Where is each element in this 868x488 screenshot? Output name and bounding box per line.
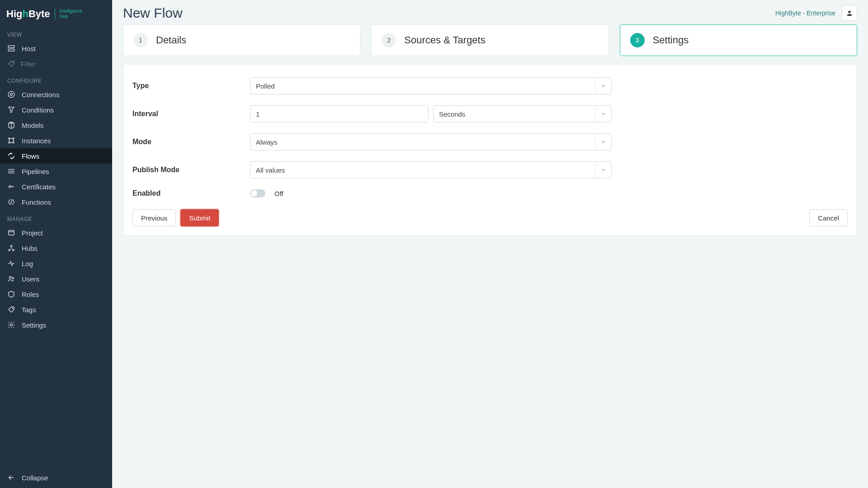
- sidebar-item-label: Users: [22, 275, 39, 283]
- enabled-state: Off: [274, 190, 283, 197]
- hubs-icon: [7, 244, 15, 252]
- collapse-label: Collapse: [22, 474, 48, 482]
- topbar: New Flow HighByte - Enterprise: [112, 0, 868, 24]
- functions-icon: [7, 198, 15, 206]
- main: New Flow HighByte - Enterprise 1 Details…: [112, 0, 868, 488]
- svg-point-9: [9, 186, 11, 188]
- publish-mode-select[interactable]: All values: [250, 161, 612, 178]
- pipelines-icon: [7, 167, 15, 175]
- stepper: 1 Details 2 Sources & Targets 3 Settings: [112, 24, 868, 64]
- section-configure-label: CONFIGURE: [0, 71, 112, 87]
- interval-unit-value: Seconds: [439, 110, 465, 118]
- svg-point-7: [9, 142, 10, 143]
- interval-label: Interval: [132, 110, 250, 118]
- section-view-label: VIEW: [0, 25, 112, 41]
- step-number: 1: [133, 33, 148, 47]
- sidebar-item-log[interactable]: Log: [0, 256, 112, 271]
- step-label: Details: [156, 34, 186, 46]
- sidebar-item-label: Conditions: [22, 106, 54, 114]
- step-number: 3: [630, 33, 645, 47]
- sidebar-item-connections[interactable]: Connections: [0, 87, 112, 102]
- collapse-icon: [7, 474, 15, 482]
- flows-icon: [7, 152, 15, 160]
- sidebar-item-project[interactable]: Project: [0, 225, 112, 240]
- submit-button[interactable]: Submit: [180, 209, 219, 226]
- svg-point-16: [12, 308, 13, 309]
- sidebar-item-users[interactable]: Users: [0, 271, 112, 286]
- step-settings[interactable]: 3 Settings: [620, 24, 857, 56]
- project-icon: [7, 229, 15, 237]
- page-title: New Flow: [123, 5, 183, 21]
- cancel-button[interactable]: Cancel: [809, 209, 848, 226]
- step-number: 2: [382, 33, 396, 47]
- svg-point-3: [8, 91, 14, 98]
- sidebar-item-host[interactable]: Host: [0, 41, 112, 56]
- user-menu-button[interactable]: [842, 5, 857, 21]
- sidebar-item-label: Certificates: [22, 183, 56, 191]
- users-icon: [7, 275, 15, 283]
- brand-subtitle: Intelligence Hub: [55, 9, 83, 19]
- interval-input[interactable]: [256, 110, 423, 118]
- enabled-label: Enabled: [132, 189, 250, 197]
- sidebar-item-hubs[interactable]: Hubs: [0, 240, 112, 256]
- sidebar-item-flows[interactable]: Flows: [0, 148, 112, 164]
- sidebar: HighByte Intelligence Hub VIEW Host Filt…: [0, 0, 112, 488]
- type-label: Type: [132, 82, 250, 90]
- sidebar-item-models[interactable]: Models: [0, 117, 112, 133]
- sidebar-item-conditions[interactable]: Conditions: [0, 102, 112, 117]
- sidebar-item-label: Log: [22, 260, 33, 267]
- interval-unit-select[interactable]: Seconds: [433, 105, 612, 122]
- roles-icon: [7, 290, 15, 298]
- sidebar-item-roles[interactable]: Roles: [0, 286, 112, 302]
- sidebar-item-label: Settings: [22, 321, 46, 329]
- publish-mode-value: All values: [256, 166, 285, 174]
- sidebar-item-label: Hubs: [22, 244, 38, 252]
- svg-point-17: [10, 324, 13, 326]
- brand-text-post: Byte: [28, 8, 50, 19]
- svg-point-14: [9, 277, 12, 279]
- sidebar-item-label: Pipelines: [22, 168, 49, 175]
- brand-text-pre: Hig: [6, 8, 22, 19]
- collapse-button[interactable]: Collapse: [0, 467, 112, 488]
- section-manage-label: MANAGE: [0, 210, 112, 225]
- models-icon: [7, 121, 15, 129]
- chevron-down-icon: [595, 78, 611, 94]
- conditions-icon: [7, 106, 15, 114]
- tags-icon: [7, 305, 15, 314]
- sidebar-item-label: Roles: [22, 291, 39, 298]
- svg-point-4: [10, 94, 13, 96]
- filter-row[interactable]: Filter: [0, 56, 112, 71]
- sidebar-item-pipelines[interactable]: Pipelines: [0, 164, 112, 179]
- sidebar-item-instances[interactable]: Instances: [0, 133, 112, 148]
- svg-rect-1: [8, 49, 14, 52]
- chevron-down-icon: [595, 134, 611, 150]
- step-label: Settings: [653, 34, 689, 46]
- type-value: Polled: [256, 82, 275, 90]
- publish-mode-label: Publish Mode: [132, 166, 250, 174]
- sidebar-item-label: Project: [22, 229, 43, 237]
- mode-select[interactable]: Always: [250, 133, 612, 150]
- filter-placeholder: Filter: [21, 60, 36, 68]
- svg-point-5: [9, 138, 10, 139]
- svg-point-11: [11, 245, 12, 247]
- step-sources-targets[interactable]: 2 Sources & Targets: [371, 24, 609, 56]
- log-icon: [7, 259, 15, 267]
- brand-logo: HighByte Intelligence Hub: [0, 0, 112, 25]
- type-select[interactable]: Polled: [250, 77, 612, 94]
- settings-panel: Type Polled Interval Seconds Mo: [123, 64, 857, 236]
- sidebar-item-functions[interactable]: Functions: [0, 194, 112, 210]
- connections-icon: [7, 90, 15, 99]
- step-details[interactable]: 1 Details: [123, 24, 360, 56]
- svg-rect-0: [8, 46, 14, 48]
- host-icon: [7, 44, 15, 52]
- sidebar-item-settings[interactable]: Settings: [0, 317, 112, 333]
- enabled-toggle[interactable]: [250, 189, 265, 197]
- mode-label: Mode: [132, 138, 250, 146]
- chevron-down-icon: [595, 162, 611, 178]
- sidebar-item-certificates[interactable]: Certificates: [0, 179, 112, 194]
- svg-point-15: [12, 277, 14, 279]
- certificates-icon: [7, 183, 15, 191]
- previous-button[interactable]: Previous: [132, 209, 176, 226]
- sidebar-item-tags[interactable]: Tags: [0, 302, 112, 317]
- instances-icon: [7, 136, 15, 145]
